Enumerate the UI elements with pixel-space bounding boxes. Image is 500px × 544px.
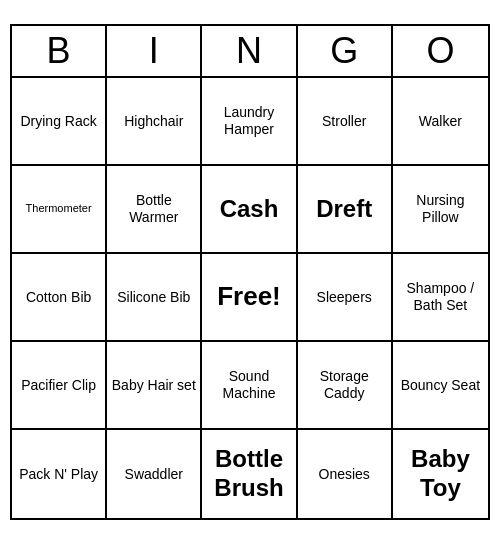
bingo-cell-9: Nursing Pillow bbox=[393, 166, 488, 254]
bingo-cell-15: Pacifier Clip bbox=[12, 342, 107, 430]
bingo-letter-i: I bbox=[107, 26, 202, 76]
bingo-letter-o: O bbox=[393, 26, 488, 76]
bingo-cell-22: Bottle Brush bbox=[202, 430, 297, 518]
bingo-cell-20: Pack N' Play bbox=[12, 430, 107, 518]
bingo-cell-5: Thermometer bbox=[12, 166, 107, 254]
bingo-cell-23: Onesies bbox=[298, 430, 393, 518]
bingo-cell-3: Stroller bbox=[298, 78, 393, 166]
bingo-letter-b: B bbox=[12, 26, 107, 76]
bingo-cell-19: Bouncy Seat bbox=[393, 342, 488, 430]
bingo-cell-7: Cash bbox=[202, 166, 297, 254]
bingo-cell-11: Silicone Bib bbox=[107, 254, 202, 342]
bingo-cell-10: Cotton Bib bbox=[12, 254, 107, 342]
bingo-cell-0: Drying Rack bbox=[12, 78, 107, 166]
bingo-cell-13: Sleepers bbox=[298, 254, 393, 342]
bingo-cell-6: Bottle Warmer bbox=[107, 166, 202, 254]
bingo-cell-1: Highchair bbox=[107, 78, 202, 166]
bingo-cell-8: Dreft bbox=[298, 166, 393, 254]
bingo-letter-g: G bbox=[298, 26, 393, 76]
bingo-cell-24: Baby Toy bbox=[393, 430, 488, 518]
bingo-header: BINGO bbox=[12, 26, 488, 78]
bingo-letter-n: N bbox=[202, 26, 297, 76]
bingo-cell-21: Swaddler bbox=[107, 430, 202, 518]
bingo-card: BINGO Drying RackHighchairLaundry Hamper… bbox=[10, 24, 490, 520]
bingo-cell-18: Storage Caddy bbox=[298, 342, 393, 430]
bingo-cell-17: Sound Machine bbox=[202, 342, 297, 430]
bingo-cell-16: Baby Hair set bbox=[107, 342, 202, 430]
bingo-cell-14: Shampoo / Bath Set bbox=[393, 254, 488, 342]
bingo-cell-4: Walker bbox=[393, 78, 488, 166]
bingo-cell-12: Free! bbox=[202, 254, 297, 342]
bingo-cell-2: Laundry Hamper bbox=[202, 78, 297, 166]
bingo-grid: Drying RackHighchairLaundry HamperStroll… bbox=[12, 78, 488, 518]
